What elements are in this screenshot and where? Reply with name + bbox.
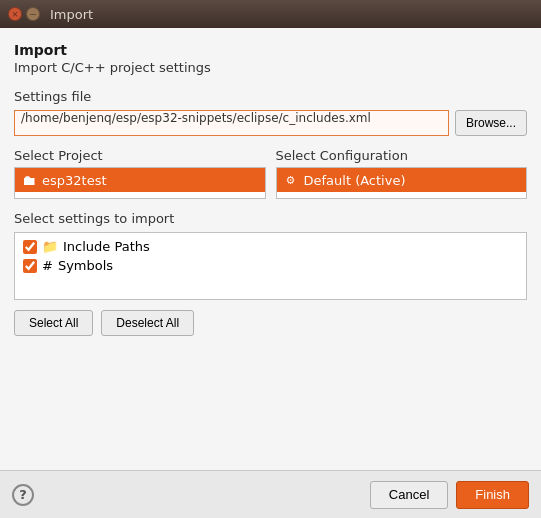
dialog-body: Import Import C/C++ project settings Set… [0,28,541,470]
file-row: /home/benjenq/esp/esp32-snippets/eclipse… [14,110,527,136]
symbols-label: Symbols [58,258,113,273]
select-settings-label: Select settings to import [14,211,527,226]
title-bar: × − Import [0,0,541,28]
config-col: Select Configuration ⚙ Default (Active) [276,148,528,199]
close-button[interactable]: × [8,7,22,21]
project-icon: 🖿 [21,172,37,188]
settings-box: 📁 Include Paths # Symbols [14,232,527,300]
select-all-button[interactable]: Select All [14,310,93,336]
select-config-label: Select Configuration [276,148,528,163]
project-name: esp32test [42,173,107,188]
dialog-title: Import [14,42,527,58]
settings-file-input[interactable]: /home/benjenq/esp/esp32-snippets/eclipse… [14,110,449,136]
config-list[interactable]: ⚙ Default (Active) [276,167,528,199]
symbols-icon: # [42,258,53,273]
project-item[interactable]: 🖿 esp32test [15,168,265,192]
project-list[interactable]: 🖿 esp32test [14,167,266,199]
project-col: Select Project 🖿 esp32test [14,148,266,199]
minimize-button[interactable]: − [26,7,40,21]
bottom-buttons: Cancel Finish [370,481,529,509]
settings-file-label: Settings file [14,89,527,104]
include-paths-item[interactable]: 📁 Include Paths [23,239,518,254]
window-title: Import [50,7,93,22]
minimize-icon: − [29,9,37,19]
bottom-bar: ? Cancel Finish [0,470,541,518]
include-paths-icon: 📁 [42,239,58,254]
symbols-checkbox[interactable] [23,259,37,273]
include-paths-label: Include Paths [63,239,150,254]
config-name: Default (Active) [304,173,406,188]
deselect-all-button[interactable]: Deselect All [101,310,194,336]
window-controls[interactable]: × − [8,7,40,21]
select-project-label: Select Project [14,148,266,163]
config-item[interactable]: ⚙ Default (Active) [277,168,527,192]
symbols-item[interactable]: # Symbols [23,258,518,273]
include-paths-checkbox[interactable] [23,240,37,254]
help-button[interactable]: ? [12,484,34,506]
cancel-button[interactable]: Cancel [370,481,448,509]
close-icon: × [11,9,19,19]
config-icon: ⚙ [283,172,299,188]
select-buttons-row: Select All Deselect All [14,310,527,336]
finish-button[interactable]: Finish [456,481,529,509]
dialog-subtitle: Import C/C++ project settings [14,60,527,75]
project-config-row: Select Project 🖿 esp32test Select Config… [14,148,527,199]
browse-button[interactable]: Browse... [455,110,527,136]
